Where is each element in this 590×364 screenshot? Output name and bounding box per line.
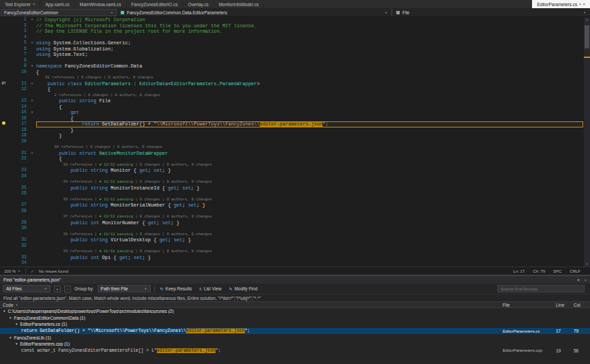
code-text: // Copyright (c) Microsoft Corporation xyxy=(36,17,583,23)
code-line-12[interactable]: 12 { xyxy=(0,87,583,93)
find-result-group[interactable]: ▼FancyZonesEditorCommon\Data (1) xyxy=(0,315,590,322)
tab-mainwindow-xaml-cs[interactable]: MainWindow.xaml.cs xyxy=(75,0,127,8)
test-run-indicator[interactable]: RT xyxy=(0,81,8,87)
fold-marker[interactable]: ∨ xyxy=(28,110,36,116)
scroll-down-icon[interactable]: ▼ xyxy=(584,262,590,266)
code-token: ; } xyxy=(171,220,179,226)
code-line-15[interactable]: 15∨ get xyxy=(0,110,583,116)
code-line-14[interactable]: 14 { xyxy=(0,104,583,110)
expander-icon[interactable]: ▼ xyxy=(3,309,5,313)
group-by-dropdown[interactable]: Path then File ▼ xyxy=(98,285,151,292)
code-line-20[interactable]: 20 xyxy=(0,139,583,145)
list-view-button[interactable]: ≡ List View xyxy=(197,286,223,291)
lightbulb-margin[interactable] xyxy=(0,121,8,127)
close-icon[interactable]: × xyxy=(33,2,35,6)
tab-editorparameters-cs[interactable]: EditorParameters.cs ▪ × xyxy=(532,0,590,8)
code-line-29[interactable]: 29 public int MonitorNumber { get; set; … xyxy=(0,220,583,226)
code-line-2[interactable]: 2// The Microsoft Corporation licenses t… xyxy=(0,23,583,29)
project-dropdown[interactable]: FancyZonesEditorCommon ▼ xyxy=(1,9,117,16)
code-line-1[interactable]: 1∨// Copyright (c) Microsoft Corporation xyxy=(0,17,583,23)
code-line-13[interactable]: 13∨ public string File xyxy=(0,98,583,104)
scrollbar-thumb[interactable] xyxy=(585,25,589,48)
code-line-32[interactable]: 32 xyxy=(0,243,583,249)
column-code[interactable]: Code xyxy=(3,303,14,307)
line-number: 33 xyxy=(8,255,28,261)
code-line-5[interactable]: 5∨using System.Collections.Generic; xyxy=(0,40,583,46)
code-line-33[interactable]: 33 public int Dpi { get; set; } xyxy=(0,255,583,261)
search-find-results-input[interactable] xyxy=(497,285,585,292)
editor-vertical-scrollbar[interactable]: ▲ ▼ xyxy=(584,17,590,267)
code-line-27[interactable]: 27 public string MonitorSerialNumber { g… xyxy=(0,202,583,209)
chevron-down-icon: ▼ xyxy=(385,11,387,14)
pin-icon[interactable]: ▪ xyxy=(579,2,580,6)
code-editor[interactable]: 1∨// Copyright (c) Microsoft Corporation… xyxy=(0,17,590,267)
code-line-22[interactable]: 22 { xyxy=(0,156,583,162)
code-token: System.Globalization; xyxy=(50,46,113,52)
expander-icon[interactable]: ▼ xyxy=(9,316,12,320)
match-highlight: editor-parameters.json xyxy=(157,348,216,353)
type-breadcrumb-dropdown[interactable]: FancyZonesEditorCommon.Data.EditorParame… xyxy=(117,8,392,16)
expander-icon[interactable]: ▼ xyxy=(15,342,18,346)
expander-icon[interactable]: ▼ xyxy=(15,322,18,326)
tab-monitorinfomodel-cs[interactable]: MonitorInfoModel.cs xyxy=(214,0,265,8)
tab-fancyzoneseditorio-cs[interactable]: FancyZonesEditorIO.cs xyxy=(127,0,183,8)
code-line-23[interactable]: 23 public string Monitor { get; set; } xyxy=(0,168,583,174)
code-line-26[interactable]: 26 xyxy=(0,191,583,197)
fold-marker[interactable]: ∨ xyxy=(28,17,36,23)
find-result-group[interactable]: ▼EditorParameters.cpp (1) xyxy=(0,341,590,348)
code-token: EditorData xyxy=(139,81,168,87)
collapse-all-icon[interactable]: − xyxy=(64,286,71,292)
fold-marker[interactable]: ∨ xyxy=(28,98,36,104)
code-line-34[interactable]: 34 xyxy=(0,260,583,267)
scroll-up-icon[interactable]: ▲ xyxy=(584,18,590,21)
code-line-16[interactable]: 16 { xyxy=(0,116,583,122)
chevron-down-icon[interactable]: ▼ xyxy=(576,278,580,282)
code-token: ; } xyxy=(182,237,191,243)
code-line-31[interactable]: 31 public string VirtualDesktop { get; s… xyxy=(0,237,583,243)
code-line-28[interactable]: 28 xyxy=(0,209,583,215)
code-line-4[interactable]: 4 xyxy=(0,35,583,41)
keep-results-button[interactable]: ↻ Keep Results xyxy=(158,286,194,291)
column-col[interactable]: Col xyxy=(574,303,590,307)
code-line-18[interactable]: 18 } xyxy=(0,127,583,134)
column-line[interactable]: Line xyxy=(556,303,574,307)
fold-marker[interactable]: ∨ xyxy=(28,63,36,70)
modify-find-button[interactable]: ✎ Modify Find xyxy=(227,286,260,291)
code-line-24[interactable]: 24 xyxy=(0,174,583,180)
fold-marker[interactable]: ∨ xyxy=(28,151,36,157)
find-result-group[interactable]: ▼EditorParameters.cs (1) xyxy=(0,321,590,328)
zoom-level[interactable]: 100 % xyxy=(4,269,16,273)
member-dropdown[interactable]: File ▼ xyxy=(392,8,590,16)
code-token: 34 references | xyxy=(36,179,99,185)
code-line-9[interactable]: 9∨namespace FancyZonesEditorCommon.Data xyxy=(0,63,583,70)
code-line-7[interactable]: 7using System.Text; xyxy=(0,52,583,58)
expand-all-icon[interactable]: + xyxy=(54,286,61,292)
tab-overlay-cs[interactable]: Overlay.cs xyxy=(183,0,213,8)
fold-marker[interactable]: ∨ xyxy=(28,81,36,87)
column-file[interactable]: File xyxy=(503,303,556,307)
scope-dropdown[interactable]: All Files ▼ xyxy=(3,285,50,292)
find-result-group[interactable]: ▼FancyZonesLib (1) xyxy=(0,334,590,341)
find-result-match[interactable]: const wchar_t FancyZonesEditorParameters… xyxy=(0,348,590,354)
health-status[interactable]: No issues found xyxy=(39,269,68,273)
code-line-3[interactable]: 3// See the LICENSE file in the project … xyxy=(0,29,583,35)
fold-marker[interactable]: ∨ xyxy=(28,40,36,46)
code-line-6[interactable]: 6using System.Globalization; xyxy=(0,46,583,52)
code-text: // See the LICENSE file in the project r… xyxy=(36,29,583,35)
code-line-11[interactable]: RT11∨ public class EditorParameters : Ed… xyxy=(0,81,583,87)
close-icon[interactable]: × xyxy=(582,2,585,6)
find-result-group[interactable]: ▼C:\Users\zhaopengwang\Desktop\powertoys… xyxy=(0,308,590,315)
code-line-19[interactable]: 19 } xyxy=(0,133,583,139)
code-line-17[interactable]: 17 return GetDataFolder() + "\\Microsoft… xyxy=(0,121,583,127)
tab-test-explorer[interactable]: Test Explorer× xyxy=(0,0,40,8)
lightbulb-icon[interactable] xyxy=(2,121,5,125)
code-line-30[interactable]: 30 xyxy=(0,226,583,232)
tab-app-xaml-cs[interactable]: App.xaml.cs xyxy=(40,0,74,8)
find-result-match[interactable]: return GetDataFolder() + "\\Microsoft\\P… xyxy=(0,328,590,335)
code-line-10[interactable]: 10{ xyxy=(0,70,583,76)
expander-icon[interactable]: ▼ xyxy=(9,336,12,339)
code-line-25[interactable]: 25 public string MonitorInstanceId { get… xyxy=(0,185,583,192)
code-line-21[interactable]: 21∨ public struct NativeMonitorDataWrapp… xyxy=(0,151,583,157)
close-icon[interactable]: × xyxy=(585,278,587,282)
code-line-8[interactable]: 8 xyxy=(0,58,583,64)
